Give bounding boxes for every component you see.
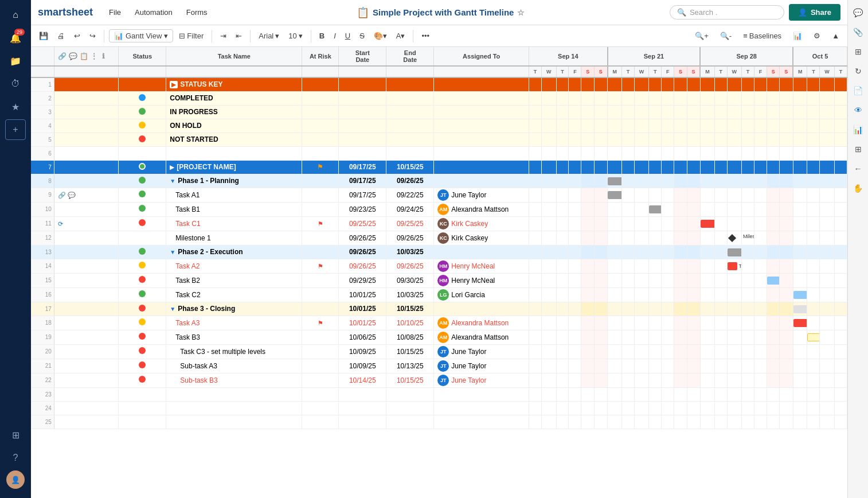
underline-btn[interactable]: U — [342, 30, 354, 42]
list-item: 16 Task C2 10/01/25 10/03/25 LG Lori Gar… — [31, 287, 847, 302]
icons-cell — [54, 401, 119, 415]
zoom-out-btn[interactable]: 🔍- — [717, 30, 735, 42]
gantt-cell — [569, 188, 581, 202]
gantt-sep21-header: Sep 21 — [608, 47, 701, 66]
star-icon[interactable]: ★ — [5, 96, 26, 117]
attach-icon: 🔗 — [58, 52, 67, 60]
assigned-col-header[interactable]: Assigned To — [434, 47, 529, 66]
enddate-col-header[interactable]: EndDate — [386, 47, 434, 66]
taskname-cell: Task B3 — [166, 330, 302, 344]
gantt-cell — [834, 316, 847, 330]
help-icon[interactable]: ? — [5, 448, 26, 468]
gantt-cell — [793, 133, 807, 146]
rp-refresh-icon[interactable]: ↻ — [850, 63, 866, 79]
print-btn[interactable]: 🖨 — [54, 30, 68, 42]
font-size-selector[interactable]: 10▾ — [285, 30, 306, 42]
rp-grid-icon[interactable]: ⊞ — [850, 141, 866, 157]
rp-attach-icon[interactable]: 📎 — [850, 24, 866, 40]
gantt-cell — [594, 302, 607, 316]
italic-btn[interactable]: I — [330, 30, 339, 42]
gantt-cell — [714, 188, 727, 202]
favorite-star[interactable]: ☆ — [517, 8, 525, 17]
baselines-btn[interactable]: ≡ Baselines — [740, 30, 785, 42]
menu-automation[interactable]: Automation — [130, 6, 177, 19]
status-cell — [119, 387, 166, 401]
start-cell — [339, 119, 386, 133]
gantt-cell — [807, 373, 820, 387]
gantt-cell — [807, 273, 820, 287]
share-button[interactable]: 👤 Share — [789, 4, 840, 21]
rp-hand-icon[interactable]: ✋ — [850, 180, 866, 196]
gantt-cell — [807, 415, 820, 429]
icons-cell — [54, 77, 119, 91]
clock-icon[interactable]: ⏱ — [5, 73, 26, 94]
gantt-cell — [793, 119, 807, 133]
list-item: 2 COMPLETED — [31, 91, 847, 105]
list-item: 9 🔗 💬 Task A1 09/17/25 09/22/25 JT June … — [31, 188, 847, 202]
gantt-cell — [700, 77, 714, 91]
rp-chart-icon[interactable]: 📊 — [850, 122, 866, 138]
list-item: 22 Sub-task B3 10/14/25 10/15/25 JT June… — [31, 373, 847, 387]
atrisk-cell — [302, 387, 339, 401]
assigned-cell-content: AM Alexandra Mattson — [437, 204, 525, 215]
gantt-cell — [820, 344, 834, 359]
taskname-col-header[interactable]: Task Name — [166, 47, 302, 66]
outdent-btn[interactable]: ⇤ — [232, 30, 245, 42]
text-color-btn[interactable]: A▾ — [393, 30, 409, 42]
rp-layout-icon[interactable]: ⊞ — [850, 44, 866, 60]
gantt-cell — [569, 373, 581, 387]
rp-arrow-icon[interactable]: ← — [850, 161, 866, 177]
rp-eye-icon[interactable]: 👁 — [850, 102, 866, 118]
notification-icon[interactable]: 🔔 29 — [5, 28, 26, 48]
rp-report-icon[interactable]: 📄 — [850, 83, 866, 99]
gantt-cell — [649, 245, 662, 259]
undo-btn[interactable]: ↩ — [71, 30, 84, 42]
zoom-in-btn[interactable]: 🔍+ — [691, 30, 712, 42]
baselines-icon: ≡ — [743, 32, 748, 40]
gantt-cell — [662, 231, 674, 245]
bold-btn[interactable]: B — [316, 30, 328, 42]
gantt-cell — [608, 373, 622, 387]
search-box[interactable]: 🔍 Search . — [670, 5, 784, 20]
filter-btn[interactable]: ⊟ Filter — [175, 30, 207, 42]
font-selector[interactable]: Arial▾ — [255, 30, 283, 42]
status-dot — [139, 276, 146, 283]
menu-file[interactable]: File — [104, 6, 126, 19]
gantt-cell — [594, 91, 607, 105]
redo-btn[interactable]: ↪ — [86, 30, 99, 42]
gantt-view-btn[interactable]: 📊 Gantt View ▾ — [109, 29, 173, 42]
folder-icon[interactable]: 📁 — [5, 50, 26, 71]
assignee-name: June Taylor — [451, 362, 486, 370]
save-btn[interactable]: 💾 — [36, 30, 52, 42]
taskname-cell: ON HOLD — [166, 119, 302, 133]
atrisk-col-header[interactable]: At Risk — [302, 47, 339, 66]
plus-icon[interactable]: + — [5, 119, 26, 140]
gantt-cell — [754, 273, 767, 287]
bg-color-btn[interactable]: 🎨▾ — [370, 30, 390, 42]
strikethrough-btn[interactable]: S — [356, 30, 368, 42]
home-icon[interactable]: ⌂ — [5, 5, 26, 25]
collapse-btn[interactable]: ▲ — [828, 30, 843, 42]
end-cell — [386, 91, 434, 105]
atrisk-cell — [302, 188, 339, 202]
gantt-cell — [542, 133, 556, 146]
more-btn[interactable]: ••• — [418, 30, 433, 42]
rp-comment-icon[interactable]: 💬 — [850, 5, 866, 21]
user-avatar[interactable]: 👤 — [6, 470, 25, 489]
gantt-cell — [700, 174, 714, 188]
gantt-cell — [807, 359, 820, 373]
gantt-cell — [662, 401, 674, 415]
gantt-cell — [529, 174, 542, 188]
settings-btn[interactable]: ⚙ — [810, 30, 824, 42]
indent-btn[interactable]: ⇥ — [217, 30, 230, 42]
atrisk-cell — [302, 302, 339, 316]
gantt-cell — [529, 302, 542, 316]
startdate-col-header[interactable]: StartDate — [339, 47, 386, 66]
apps-icon[interactable]: ⊞ — [5, 425, 26, 445]
status-col-header[interactable]: Status — [119, 47, 166, 66]
gantt-cell — [727, 344, 741, 359]
menu-forms[interactable]: Forms — [182, 6, 212, 19]
gantt-cell — [594, 259, 607, 273]
taskname-cell: Task B1 — [166, 202, 302, 216]
summary-btn[interactable]: 📊 — [789, 30, 806, 42]
